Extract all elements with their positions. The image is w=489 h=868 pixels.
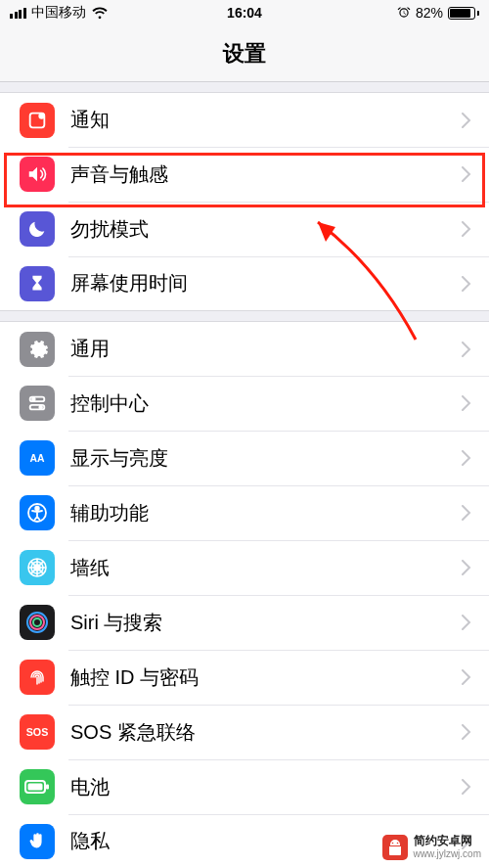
battery-icon [20, 769, 55, 804]
chevron-right-icon [462, 450, 471, 466]
hourglass-icon [20, 266, 55, 301]
row-label: 显示与亮度 [70, 445, 462, 472]
row-notifications[interactable]: 通知 [0, 92, 489, 147]
row-label: Siri 与搜索 [70, 610, 462, 636]
row-label: 辅助功能 [70, 500, 462, 526]
chevron-right-icon [462, 669, 471, 685]
watermark-title: 简约安卓网 [414, 835, 481, 848]
row-general[interactable]: 通用 [0, 321, 489, 376]
moon-icon [20, 211, 55, 247]
row-label: 电池 [70, 774, 462, 800]
watermark-text: 简约安卓网 www.jylzwj.com [414, 835, 481, 859]
chevron-right-icon [462, 560, 471, 575]
svg-rect-17 [28, 784, 43, 791]
gear-icon [20, 332, 55, 367]
row-label: 通用 [70, 336, 462, 362]
watermark-url: www.jylzwj.com [414, 848, 481, 860]
watermark: 简约安卓网 www.jylzwj.com [382, 835, 481, 860]
wallpaper-icon [20, 550, 55, 585]
row-label: 勿扰模式 [70, 216, 462, 243]
chevron-right-icon [462, 342, 471, 357]
row-battery[interactable]: 电池 [0, 759, 489, 814]
chevron-right-icon [462, 615, 471, 630]
switches-icon [20, 386, 55, 421]
row-label: SOS 紧急联络 [70, 719, 462, 746]
fingerprint-icon [20, 660, 55, 695]
svg-point-8 [35, 507, 39, 511]
chevron-right-icon [462, 505, 471, 521]
svg-rect-18 [46, 785, 49, 790]
svg-point-14 [33, 618, 41, 626]
chevron-right-icon [462, 166, 471, 182]
row-dnd[interactable]: 勿扰模式 [0, 202, 489, 256]
chevron-right-icon [462, 113, 471, 128]
row-label: 屏幕使用时间 [70, 270, 462, 297]
row-siri[interactable]: Siri 与搜索 [0, 595, 489, 650]
svg-point-20 [396, 843, 398, 845]
carrier-label: 中国移动 [31, 4, 86, 22]
svg-text:AA: AA [29, 453, 45, 464]
svg-point-19 [391, 843, 393, 845]
alarm-icon [397, 6, 411, 20]
row-label: 墙纸 [70, 555, 462, 581]
row-sos[interactable]: SOS SOS 紧急联络 [0, 705, 489, 759]
row-label: 通知 [70, 107, 462, 133]
signal-icon [10, 8, 26, 19]
status-left: 中国移动 [10, 4, 109, 22]
hand-icon [20, 824, 55, 859]
settings-group-1: 通知 声音与触感 勿扰模式 屏幕使用时间 [0, 92, 489, 311]
status-bar: 中国移动 16:04 82% [0, 0, 489, 25]
battery-pct-label: 82% [416, 5, 443, 21]
notifications-icon [20, 103, 55, 138]
chevron-right-icon [462, 779, 471, 795]
status-right: 82% [397, 5, 479, 21]
sos-icon: SOS [20, 714, 55, 750]
settings-group-2: 通用 控制中心 AA 显示与亮度 辅助功能 墙纸 Siri 与搜索 [0, 321, 489, 868]
svg-point-1 [38, 113, 44, 118]
wifi-icon [91, 7, 109, 20]
row-screentime[interactable]: 屏幕使用时间 [0, 256, 489, 311]
row-label: 声音与触感 [70, 161, 462, 188]
row-label: 触控 ID 与密码 [70, 664, 462, 691]
row-control-center[interactable]: 控制中心 [0, 376, 489, 431]
watermark-logo-icon [382, 835, 408, 860]
sounds-icon [20, 157, 55, 192]
svg-point-5 [39, 406, 42, 409]
accessibility-icon [20, 495, 55, 530]
row-display[interactable]: AA 显示与亮度 [0, 431, 489, 485]
display-icon: AA [20, 440, 55, 476]
chevron-right-icon [462, 395, 471, 411]
chevron-right-icon [462, 724, 471, 740]
row-accessibility[interactable]: 辅助功能 [0, 485, 489, 540]
svg-text:SOS: SOS [26, 726, 49, 738]
chevron-right-icon [462, 221, 471, 237]
row-sounds[interactable]: 声音与触感 [0, 147, 489, 202]
row-wallpaper[interactable]: 墙纸 [0, 540, 489, 595]
clock-label: 16:04 [227, 5, 262, 21]
svg-point-3 [32, 398, 35, 401]
row-label: 控制中心 [70, 390, 462, 417]
siri-icon [20, 605, 55, 640]
row-touchid[interactable]: 触控 ID 与密码 [0, 650, 489, 705]
page-title: 设置 [0, 25, 489, 82]
battery-icon [448, 7, 479, 20]
chevron-right-icon [462, 276, 471, 292]
